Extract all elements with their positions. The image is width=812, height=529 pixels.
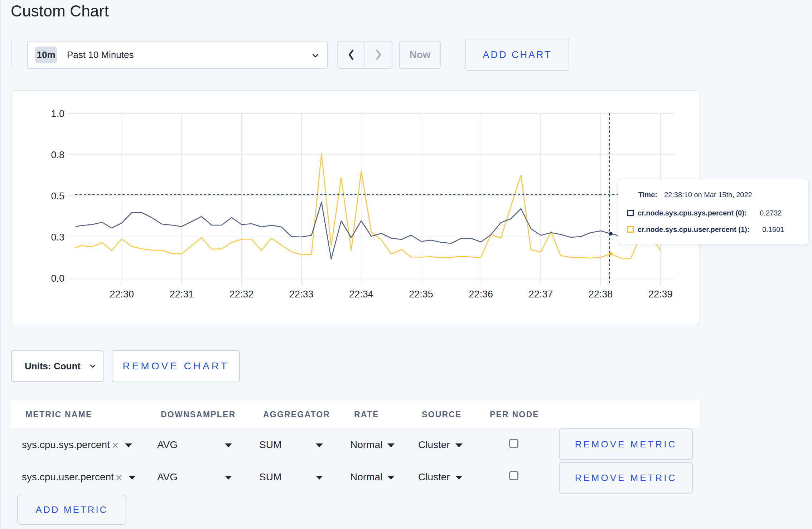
svg-text:22:30: 22:30: [110, 289, 134, 300]
svg-text:22:36: 22:36: [469, 289, 493, 300]
svg-text:0.8: 0.8: [51, 150, 64, 160]
svg-text:22:34: 22:34: [349, 289, 373, 300]
svg-text:22:35: 22:35: [409, 289, 433, 300]
svg-text:22:39: 22:39: [648, 289, 673, 300]
svg-text:22:37: 22:37: [529, 289, 553, 300]
svg-text:0.5: 0.5: [51, 191, 64, 202]
svg-text:0.0: 0.0: [51, 273, 64, 284]
svg-text:0.3: 0.3: [51, 232, 64, 243]
svg-text:22:38: 22:38: [589, 289, 613, 300]
svg-text:22:33: 22:33: [289, 289, 314, 300]
svg-text:22:31: 22:31: [170, 289, 194, 300]
svg-text:22:32: 22:32: [229, 289, 254, 300]
svg-text:1.0: 1.0: [51, 108, 64, 119]
